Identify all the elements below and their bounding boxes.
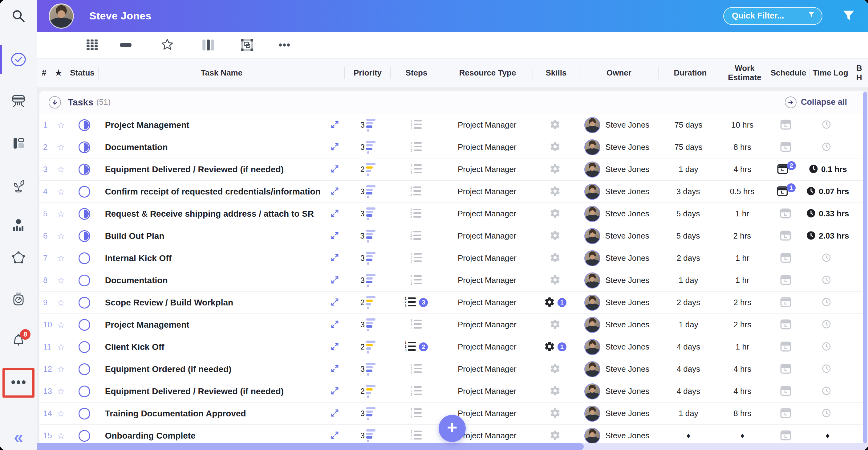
col-header-status[interactable]: Status: [66, 59, 99, 88]
resource-type[interactable]: Project Manager: [442, 114, 532, 136]
table-row[interactable]: 8 ☆ Documentation 3: [39, 269, 865, 292]
priority-indicator[interactable]: 2: [361, 163, 375, 176]
expand-icon[interactable]: [330, 342, 339, 352]
sidebar-item-notifications[interactable]: 8: [10, 333, 27, 349]
duration-value[interactable]: 5 days: [657, 203, 720, 225]
schedule-calendar-icon[interactable]: [779, 384, 793, 399]
skills-gear-icon[interactable]: [550, 385, 561, 398]
skills-gear-icon[interactable]: [550, 252, 561, 265]
time-log-clock-icon[interactable]: [806, 230, 816, 242]
row-star-icon[interactable]: ☆: [54, 136, 68, 158]
resource-type[interactable]: Project Manager: [442, 292, 532, 313]
owner-name[interactable]: Steve Jones: [605, 320, 649, 329]
priority-indicator[interactable]: 2: [361, 385, 375, 398]
expand-icon[interactable]: [330, 386, 339, 397]
skills-gear-icon[interactable]: [550, 230, 561, 242]
owner-name[interactable]: Steve Jones: [605, 364, 649, 374]
table-row[interactable]: 2 ☆ Documentation 3: [39, 136, 865, 158]
expand-icon[interactable]: [330, 275, 339, 286]
priority-indicator[interactable]: 3: [361, 185, 375, 198]
status-circle[interactable]: [79, 186, 90, 198]
task-name[interactable]: Scope Review / Build Workplan: [105, 298, 233, 308]
star-view-button[interactable]: [159, 37, 175, 53]
skills-gear-icon[interactable]: [550, 430, 561, 442]
schedule-calendar-icon[interactable]: [779, 340, 793, 355]
horizontal-scrollbar-thumb[interactable]: [37, 443, 584, 450]
skills-gear-icon[interactable]: [550, 141, 561, 153]
work-estimate-value[interactable]: 2 hrs: [720, 292, 765, 313]
resource-type[interactable]: Project Manager: [442, 336, 532, 358]
expand-icon[interactable]: [330, 253, 339, 264]
time-log-clock-icon[interactable]: [821, 319, 832, 331]
col-header-owner[interactable]: Owner: [579, 59, 658, 88]
col-header-star[interactable]: ★: [51, 59, 66, 88]
col-header-task-name[interactable]: Task Name: [99, 59, 345, 88]
sidebar-item-more[interactable]: [10, 374, 27, 390]
steps-icon[interactable]: 1 2 3: [411, 119, 422, 131]
vertical-scrollbar[interactable]: [863, 92, 867, 443]
task-name[interactable]: Documentation: [105, 142, 168, 152]
status-circle[interactable]: [79, 142, 90, 153]
priority-indicator[interactable]: 3: [361, 141, 375, 154]
row-star-icon[interactable]: ☆: [54, 203, 68, 225]
col-header-duration[interactable]: Duration: [658, 59, 722, 88]
duration-value[interactable]: 3 days: [657, 181, 720, 203]
col-header-clipped[interactable]: B H: [851, 59, 868, 88]
duration-value[interactable]: 5 days: [657, 225, 720, 247]
task-name[interactable]: Equipment Ordered (if needed): [105, 364, 231, 374]
time-log-clock-icon[interactable]: [806, 208, 816, 220]
skills-gear-icon[interactable]: [550, 363, 561, 376]
col-header-work-estimate[interactable]: Work Estimate: [722, 59, 767, 88]
steps-icon[interactable]: 1 2 3: [411, 319, 422, 331]
row-star-icon[interactable]: ☆: [54, 358, 68, 380]
time-log-clock-icon[interactable]: [821, 119, 832, 131]
status-circle[interactable]: [79, 252, 90, 264]
table-row[interactable]: 11 ☆ Client Kick Off 2: [39, 336, 865, 358]
owner-name[interactable]: Steve Jones: [605, 120, 649, 130]
table-row[interactable]: 7 ☆ Internal Kick Off 3: [39, 247, 865, 269]
status-circle[interactable]: [79, 319, 90, 331]
schedule-calendar-icon[interactable]: [779, 273, 793, 288]
resource-type[interactable]: Project Manager: [442, 181, 532, 203]
status-circle[interactable]: [79, 297, 90, 308]
priority-indicator[interactable]: 3: [361, 119, 375, 131]
skills-gear-icon[interactable]: [550, 163, 561, 176]
time-log-clock-icon[interactable]: [821, 142, 832, 153]
task-name[interactable]: Internal Kick Off: [105, 253, 172, 263]
resource-type[interactable]: Project Manager: [442, 358, 532, 380]
row-star-icon[interactable]: ☆: [54, 181, 68, 203]
task-name[interactable]: Equipment Delivered / Reviewed (if neede…: [105, 387, 284, 396]
steps-icon[interactable]: 1 2 3: [411, 274, 422, 287]
skills-gear-icon[interactable]: [550, 185, 561, 198]
minus-view-button[interactable]: [118, 37, 134, 53]
expand-icon[interactable]: [330, 186, 339, 197]
row-star-icon[interactable]: ☆: [54, 158, 68, 180]
duration-value[interactable]: 1 day: [657, 269, 720, 291]
sidebar-item-timer[interactable]: [10, 291, 27, 307]
status-circle[interactable]: [79, 386, 90, 397]
schedule-calendar-icon[interactable]: [779, 229, 792, 243]
expand-icon[interactable]: [330, 364, 339, 374]
priority-indicator[interactable]: 2: [361, 340, 375, 354]
duration-value[interactable]: 4 days: [657, 358, 720, 380]
priority-indicator[interactable]: 3: [361, 429, 375, 442]
sidebar-item-layout[interactable]: [10, 135, 27, 151]
owner-name[interactable]: Steve Jones: [605, 253, 649, 263]
status-circle[interactable]: [79, 341, 90, 353]
work-estimate-value[interactable]: 1 hr: [719, 203, 765, 225]
priority-indicator[interactable]: 3: [361, 274, 375, 287]
priority-indicator[interactable]: 3: [361, 207, 375, 220]
schedule-calendar-icon[interactable]: [779, 295, 793, 310]
resource-type[interactable]: Project Manager: [442, 269, 532, 291]
expand-group-button[interactable]: [49, 96, 61, 109]
duration-value[interactable]: 4 days: [657, 336, 720, 358]
status-circle[interactable]: [79, 230, 90, 242]
col-header-resource-type[interactable]: Resource Type: [442, 59, 533, 88]
steps-icon[interactable]: 1 2 3: [411, 385, 422, 398]
duration-value[interactable]: 75 days: [657, 136, 720, 158]
columns-view-button[interactable]: [200, 37, 216, 53]
row-star-icon[interactable]: ☆: [54, 247, 68, 269]
skills-gear-icon[interactable]: [544, 341, 555, 353]
table-row[interactable]: 3 ☆ Equipment Delivered / Reviewed (if n…: [39, 158, 865, 181]
schedule-calendar-icon[interactable]: [779, 406, 793, 421]
